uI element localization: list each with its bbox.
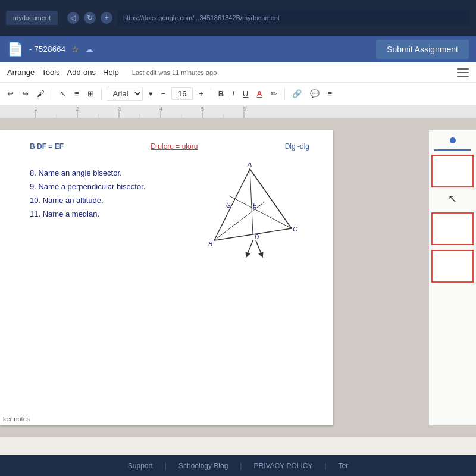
browser-controls: ◁ ↻ + xyxy=(67,12,112,24)
svg-line-18 xyxy=(250,169,253,234)
docs-logo-icon: 📄 xyxy=(7,42,23,57)
svg-line-21 xyxy=(250,169,292,228)
italic-button[interactable]: I xyxy=(230,88,237,99)
svg-line-23 xyxy=(256,240,262,255)
footer-support[interactable]: Support xyxy=(128,462,153,470)
svg-text:E: E xyxy=(253,202,257,209)
svg-text:1: 1 xyxy=(35,106,37,112)
redo-button[interactable]: ↪ xyxy=(20,88,31,99)
paint-format-button[interactable]: 🖌 xyxy=(35,88,47,99)
doc-toolbar: ↩ ↪ 🖌 ↖ ≡ ⊞ Arial ▾ − + B I U A ✏ 🔗 💬 ≡ xyxy=(0,83,476,105)
cursor-icon: ↖ xyxy=(431,192,474,205)
panel-box-2 xyxy=(431,212,474,245)
font-size-decrease-button[interactable]: − xyxy=(159,88,168,99)
link-button[interactable]: 🔗 xyxy=(290,88,304,99)
cloud-icon: ☁ xyxy=(85,45,93,54)
triangle-diagram: A B C E G D xyxy=(202,163,298,261)
docs-container: Arrange Tools Add-ons Help Last edit was… xyxy=(0,62,476,455)
url-bar[interactable]: https://docs.google.com/...3451861842B/m… xyxy=(117,10,470,26)
tab-label: mydocument xyxy=(13,14,51,21)
font-size-increase-button[interactable]: + xyxy=(196,88,206,99)
toolbar-sep-4 xyxy=(284,88,285,100)
speaker-notes-label: ker notes xyxy=(3,415,30,422)
svg-text:C: C xyxy=(293,226,298,233)
doc-top-left: B DF = EF xyxy=(30,142,64,151)
underline-button[interactable]: U xyxy=(240,88,250,99)
toolbar-sep-2 xyxy=(101,88,102,100)
browser-tab[interactable]: mydocument xyxy=(6,11,58,25)
star-icon[interactable]: ☆ xyxy=(71,45,79,54)
panel-box-1 xyxy=(431,155,474,187)
doc-area: B DF = EF D uloru = uloru Dlg -dlg 8. Na… xyxy=(0,118,476,437)
browser-chrome: mydocument ◁ ↻ + https://docs.google.com… xyxy=(0,0,476,36)
color-button[interactable]: A xyxy=(254,88,264,99)
hamburger-menu-icon[interactable] xyxy=(457,68,469,77)
ruler: 1 2 3 4 5 6 xyxy=(0,105,476,118)
format-table-button[interactable]: ⊞ xyxy=(85,88,96,99)
panel-line xyxy=(434,149,471,151)
undo-button[interactable]: ↩ xyxy=(5,88,16,99)
back-button[interactable]: ◁ xyxy=(67,12,79,24)
svg-text:D: D xyxy=(255,234,259,240)
doc-id-title: - 7528664 xyxy=(29,45,65,54)
new-tab-button[interactable]: + xyxy=(101,12,112,24)
footer-blog[interactable]: Schoology Blog xyxy=(178,462,228,470)
ruler-svg: 1 2 3 4 5 6 xyxy=(0,105,476,118)
doc-top-right: Dlg -dlg xyxy=(285,142,309,151)
svg-text:B: B xyxy=(208,240,212,248)
doc-title-bar: Arrange Tools Add-ons Help Last edit was… xyxy=(0,62,476,83)
highlight-button[interactable]: ✏ xyxy=(268,88,280,99)
format-list-button[interactable]: ≡ xyxy=(72,88,82,99)
font-selector[interactable]: Arial xyxy=(107,87,143,101)
bold-button[interactable]: B xyxy=(216,88,226,99)
refresh-button[interactable]: ↻ xyxy=(84,12,96,24)
svg-text:2: 2 xyxy=(76,106,79,112)
triangle-svg: A B C E G D xyxy=(202,163,298,258)
app-bar-left: 📄 - 7528664 ☆ ☁ xyxy=(7,42,93,57)
right-panel: ↖ xyxy=(428,130,476,425)
footer-privacy[interactable]: PRIVACY POLICY xyxy=(253,462,312,470)
footer: Support | Schoology Blog | PRIVACY POLIC… xyxy=(0,455,476,476)
svg-line-22 xyxy=(247,240,253,255)
app-bar: 📄 - 7528664 ☆ ☁ Submit Assignment xyxy=(0,36,476,62)
last-edit-label: Last edit was 11 minutes ago xyxy=(132,69,217,76)
menu-tools[interactable]: Tools xyxy=(42,68,60,77)
svg-text:6: 6 xyxy=(243,106,246,112)
doc-heading-row: B DF = EF D uloru = uloru Dlg -dlg xyxy=(30,142,309,151)
footer-terms[interactable]: Ter xyxy=(339,462,349,470)
cursor-button[interactable]: ↖ xyxy=(57,88,68,99)
doc-wrapper: B DF = EF D uloru = uloru Dlg -dlg 8. Na… xyxy=(0,130,476,425)
svg-text:G: G xyxy=(226,202,231,209)
comment-button[interactable]: 💬 xyxy=(308,88,322,99)
doc-page[interactable]: B DF = EF D uloru = uloru Dlg -dlg 8. Na… xyxy=(0,130,333,425)
menu-arrange[interactable]: Arrange xyxy=(7,68,35,77)
svg-text:4: 4 xyxy=(159,106,162,112)
svg-text:3: 3 xyxy=(118,106,121,112)
svg-line-20 xyxy=(229,196,292,228)
panel-dot xyxy=(450,137,456,143)
doc-top-center: D uloru = uloru xyxy=(151,142,198,151)
font-size-input[interactable] xyxy=(171,87,193,100)
panel-box-3 xyxy=(431,250,474,283)
submit-assignment-button[interactable]: Submit Assignment xyxy=(376,40,469,59)
svg-text:A: A xyxy=(247,163,252,168)
align-button[interactable]: ≡ xyxy=(325,88,335,99)
font-down-button[interactable]: ▾ xyxy=(146,88,155,99)
menu-addons[interactable]: Add-ons xyxy=(67,68,96,77)
menu-help[interactable]: Help xyxy=(103,68,119,77)
toolbar-sep-3 xyxy=(211,88,211,100)
svg-text:5: 5 xyxy=(201,106,204,112)
toolbar-sep-1 xyxy=(52,88,52,100)
